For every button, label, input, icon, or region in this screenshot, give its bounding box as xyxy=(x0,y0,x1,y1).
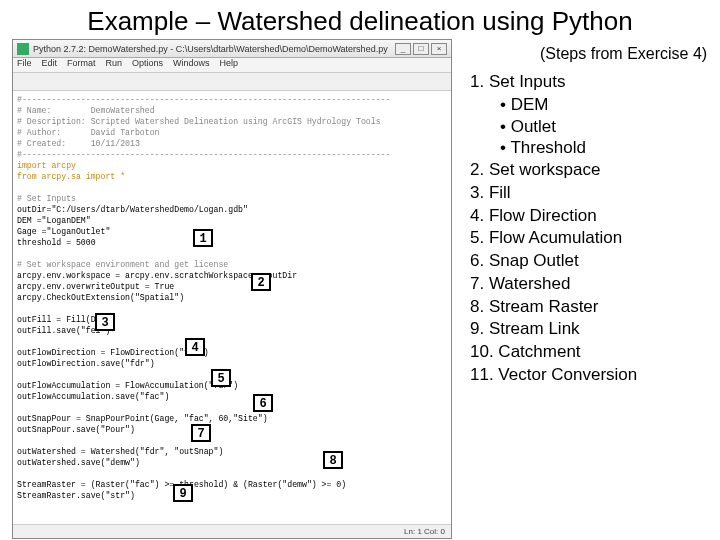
code-divider2: #---------------------------------------… xyxy=(17,150,390,159)
code-in0: outDir="C:/Users/dtarb/WatershedDemo/Log… xyxy=(17,205,248,214)
steps-caption: (Steps from Exercise 4) xyxy=(540,45,720,63)
code-ic: # Set Inputs xyxy=(17,194,76,203)
maximize-button[interactable]: □ xyxy=(413,43,429,55)
python-icon xyxy=(17,43,29,55)
step-item: 9. Stream Link xyxy=(470,318,720,340)
code-h0: # Name: DemoWatershed xyxy=(17,106,155,115)
box-1: 1 xyxy=(193,229,213,247)
step-item: 5. Flow Acumulation xyxy=(470,227,720,249)
step-item: 6. Snap Outlet xyxy=(470,250,720,272)
step-item: 4. Flow Direction xyxy=(470,205,720,227)
menu-file[interactable]: File xyxy=(17,58,32,72)
box-7: 7 xyxy=(191,424,211,442)
box-5: 5 xyxy=(211,369,231,387)
code-in1: DEM ="LoganDEM" xyxy=(17,216,91,225)
step-item: 2. Set workspace xyxy=(470,159,720,181)
code-divider: #---------------------------------------… xyxy=(17,95,390,104)
code-ws0: outWatershed = Watershed("fdr", "outSnap… xyxy=(17,447,223,456)
box-4: 4 xyxy=(185,338,205,356)
box-8: 8 xyxy=(323,451,343,469)
step-sublist: DEMOutletThreshold xyxy=(500,94,720,159)
toolbar xyxy=(13,73,451,91)
step-item: 10. Catchment xyxy=(470,341,720,363)
box-2: 2 xyxy=(251,273,271,291)
menubar: File Edit Format Run Options Windows Hel… xyxy=(13,58,451,73)
menu-edit[interactable]: Edit xyxy=(42,58,58,72)
step-item: 3. Fill xyxy=(470,182,720,204)
code-imp0: import arcpy xyxy=(17,161,76,170)
menu-run[interactable]: Run xyxy=(106,58,123,72)
box-3: 3 xyxy=(95,313,115,331)
steps-list: 1. Set InputsDEMOutletThreshold2. Set wo… xyxy=(470,71,720,386)
step-subitem: Threshold xyxy=(500,137,720,159)
code-wc: # Set workspace environment and get lice… xyxy=(17,260,228,269)
main-area: Python 2.7.2: DemoWatershed.py - C:\User… xyxy=(0,39,720,539)
code-w1: arcpy.env.overwriteOutput = True xyxy=(17,282,174,291)
step-item: 1. Set Inputs xyxy=(470,71,720,93)
code-sr1: StreamRaster.save("str") xyxy=(17,491,135,500)
code-s1: outSnapPour.save("Pour") xyxy=(17,425,135,434)
minimize-button[interactable]: _ xyxy=(395,43,411,55)
menu-help[interactable]: Help xyxy=(220,58,239,72)
code-a0: outFlowAccumulation = FlowAccumulation("… xyxy=(17,381,238,390)
code-imp1: from arcpy.sa import * xyxy=(17,172,125,181)
code-in2: Gage ="LoganOutlet" xyxy=(17,227,110,236)
code-w2: arcpy.CheckOutExtension("Spatial") xyxy=(17,293,184,302)
titlebar: Python 2.7.2: DemoWatershed.py - C:\User… xyxy=(13,40,451,58)
step-item: 11. Vector Conversion xyxy=(470,364,720,386)
step-item: 8. Stream Raster xyxy=(470,296,720,318)
code-s0: outSnapPour = SnapPourPoint(Gage, "fac",… xyxy=(17,414,268,423)
code-in3: threshold = 5000 xyxy=(17,238,96,247)
slide-title: Example – Watershed delineation using Py… xyxy=(0,0,720,39)
step-item: 7. Watershed xyxy=(470,273,720,295)
window-title: Python 2.7.2: DemoWatershed.py - C:\User… xyxy=(33,44,388,54)
code-h2: # Author: David Tarboton xyxy=(17,128,160,137)
menu-format[interactable]: Format xyxy=(67,58,96,72)
code-d0: outFlowDirection = FlowDirection("fel") xyxy=(17,348,209,357)
box-6: 6 xyxy=(253,394,273,412)
statusbar: Ln: 1 Col: 0 xyxy=(13,524,451,538)
close-button[interactable]: × xyxy=(431,43,447,55)
code-h3: # Created: 10/11/2013 xyxy=(17,139,140,148)
code-ws1: outWatershed.save("demw") xyxy=(17,458,140,467)
menu-options[interactable]: Options xyxy=(132,58,163,72)
code-editor[interactable]: #---------------------------------------… xyxy=(13,91,451,511)
menu-windows[interactable]: Windows xyxy=(173,58,210,72)
editor-window: Python 2.7.2: DemoWatershed.py - C:\User… xyxy=(12,39,452,539)
window-buttons: _ □ × xyxy=(395,43,447,55)
step-subitem: DEM xyxy=(500,94,720,116)
right-panel: (Steps from Exercise 4) 1. Set InputsDEM… xyxy=(452,39,720,539)
step-subitem: Outlet xyxy=(500,116,720,138)
code-h1: # Description: Scripted Watershed Deline… xyxy=(17,117,381,126)
box-9: 9 xyxy=(173,484,193,502)
code-d1: outFlowDirection.save("fdr") xyxy=(17,359,155,368)
code-a1: outFlowAccumulation.save("fac") xyxy=(17,392,169,401)
